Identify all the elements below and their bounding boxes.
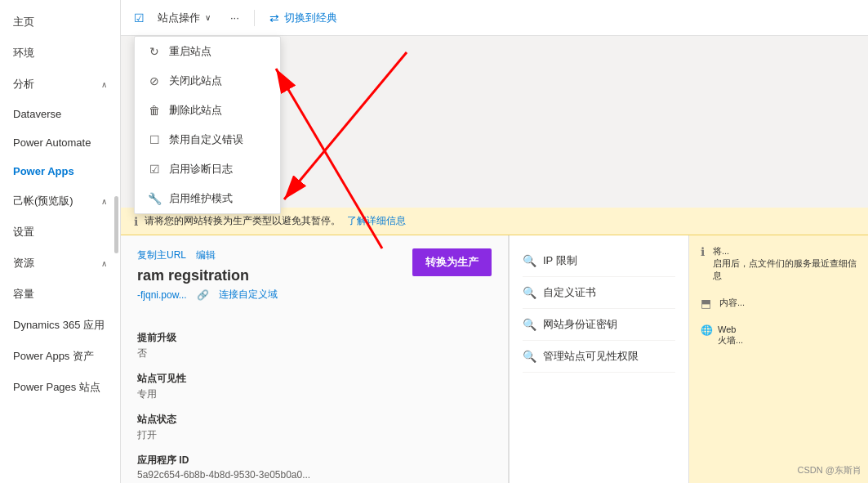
- far-right-section-2: ⬒ 内容...: [701, 297, 857, 310]
- web-icon: 🌐: [701, 324, 713, 336]
- sidebar: 主页 环境 分析 ∧ Dataverse Power Automate Powe…: [0, 0, 121, 483]
- chevron-down-icon-2: ∧: [101, 197, 107, 206]
- site-links: -fjqni.pow... 🔗 连接自定义域: [137, 288, 278, 302]
- info-status: 站点状态 打开: [137, 413, 492, 442]
- sidebar-item-power-apps-assets[interactable]: Power Apps 资产: [0, 341, 120, 372]
- more-button[interactable]: ···: [222, 7, 247, 29]
- custom-domain-link[interactable]: 连接自定义域: [219, 288, 278, 302]
- site-header-left: 复制主URL 编辑 ram regsitration -fjqni.pow...…: [137, 248, 278, 318]
- toolbar-separator: [254, 10, 255, 26]
- dropdown-item-restart[interactable]: ↻ 重启站点: [135, 37, 280, 66]
- disable-errors-icon: ☐: [148, 133, 161, 146]
- sidebar-item-resources[interactable]: 资源 ∧: [0, 248, 120, 279]
- search-icon-3: 🔍: [523, 318, 536, 331]
- right-panel-visibility-perms[interactable]: 🔍 管理站点可见性权限: [523, 341, 675, 373]
- toolbar: ☑ 站点操作 ∨ ··· ⇄ 切换到经典: [121, 0, 868, 36]
- search-icon-1: 🔍: [523, 254, 536, 267]
- sidebar-item-capacity[interactable]: 容量: [0, 279, 120, 310]
- main-content: 复制主URL 编辑 ram regsitration -fjqni.pow...…: [121, 235, 868, 483]
- sidebar-item-account-preview[interactable]: 己帐(预览版) ∧: [0, 186, 120, 217]
- info-icon-right: ℹ: [701, 245, 705, 258]
- site-url-partial: -fjqni.pow...: [137, 289, 187, 301]
- site-title: ram regsitration: [137, 267, 278, 284]
- right-panel-cert[interactable]: 🔍 自定义证书: [523, 277, 675, 309]
- sidebar-scrollbar[interactable]: [114, 196, 118, 253]
- maintenance-icon: 🔧: [148, 192, 161, 205]
- link-icon: 🔗: [197, 289, 209, 301]
- sidebar-item-settings[interactable]: 设置: [0, 217, 120, 248]
- far-right-section-3: 🌐 Web火墙...: [701, 324, 857, 347]
- warning-icon: ℹ: [134, 215, 138, 228]
- info-app-id: 应用程序 ID 5a92c654-6b8b-4b8d-9530-3e05b0a0…: [137, 454, 492, 481]
- dropdown-item-enable-logs[interactable]: ☑ 启用诊断日志: [135, 154, 280, 184]
- dropdown-item-delete[interactable]: 🗑 删除此站点: [135, 96, 280, 125]
- dropdown-item-maintenance[interactable]: 🔧 启用维护模式: [135, 184, 280, 213]
- inner-content-icon: ⬒: [701, 297, 711, 310]
- far-right-section-1: ℹ 将...启用后，点文件们的服务最近查细信息: [701, 245, 857, 282]
- close-site-icon: ⊘: [148, 74, 161, 87]
- sidebar-item-power-pages[interactable]: Power Pages 站点: [0, 372, 120, 403]
- learn-more-link[interactable]: 了解详细信息: [347, 214, 406, 228]
- right-panel-auth-key[interactable]: 🔍 网站身份证密钥: [523, 309, 675, 341]
- sidebar-item-dataverse[interactable]: Dataverse: [0, 100, 120, 128]
- right-panel: 🔍 IP 限制 🔍 自定义证书 🔍 网站身份证密钥 🔍 管理站点可见性权限: [509, 235, 688, 483]
- header-actions: 复制主URL 编辑: [137, 248, 278, 262]
- sidebar-item-analytics[interactable]: 分析 ∧: [0, 69, 120, 100]
- info-visibility: 站点可见性 专用: [137, 372, 492, 401]
- far-right-panel: ℹ 将...启用后，点文件们的服务最近查细信息 ⬒ 内容... 🌐 Web火墙.…: [688, 235, 868, 483]
- switch-classic-button[interactable]: ⇄ 切换到经典: [261, 6, 345, 30]
- logs-icon: ☑: [148, 163, 161, 176]
- sidebar-item-home[interactable]: 主页: [0, 7, 120, 38]
- content-area: ☑ 站点操作 ∨ ··· ⇄ 切换到经典 ↻ 重启站点 ⊘ 关闭此站点: [121, 0, 868, 483]
- center-panel: 复制主URL 编辑 ram regsitration -fjqni.pow...…: [121, 235, 509, 483]
- sidebar-item-power-automate[interactable]: Power Automate: [0, 128, 120, 157]
- svg-line-2: [284, 52, 407, 199]
- edit-link[interactable]: 编辑: [196, 248, 216, 262]
- watermark: CSDN @东斯肖: [798, 464, 861, 476]
- sidebar-item-environment[interactable]: 环境: [0, 38, 120, 69]
- chevron-icon: ∨: [205, 13, 211, 22]
- dropdown-item-close[interactable]: ⊘ 关闭此站点: [135, 66, 280, 96]
- search-icon-4: 🔍: [523, 350, 536, 363]
- search-icon-2: 🔍: [523, 286, 536, 299]
- convert-to-production-button[interactable]: 转换为生产: [412, 248, 492, 276]
- dropdown-item-disable-errors[interactable]: ☐ 禁用自定义错误: [135, 125, 280, 154]
- site-header: 复制主URL 编辑 ram regsitration -fjqni.pow...…: [137, 248, 492, 318]
- delete-icon: 🗑: [148, 104, 161, 117]
- copy-url-link[interactable]: 复制主URL: [137, 248, 186, 262]
- checkbox-icon: ☑: [134, 11, 145, 25]
- sidebar-item-power-apps[interactable]: Power Apps: [0, 157, 120, 186]
- restart-icon: ↻: [148, 45, 161, 58]
- info-early-upgrade: 提前升级 否: [137, 331, 492, 360]
- sidebar-item-dynamics365[interactable]: Dynamics 365 应用: [0, 310, 120, 341]
- switch-icon: ⇄: [269, 11, 279, 25]
- chevron-down-icon-3: ∧: [101, 259, 107, 268]
- dropdown-menu: ↻ 重启站点 ⊘ 关闭此站点 🗑 删除此站点 ☐ 禁用自定义错误 ☑ 启用诊断日…: [134, 36, 281, 214]
- right-panel-ip-limit[interactable]: 🔍 IP 限制: [523, 245, 675, 277]
- site-ops-button[interactable]: 站点操作 ∨: [149, 6, 219, 30]
- chevron-down-icon: ∧: [101, 80, 107, 89]
